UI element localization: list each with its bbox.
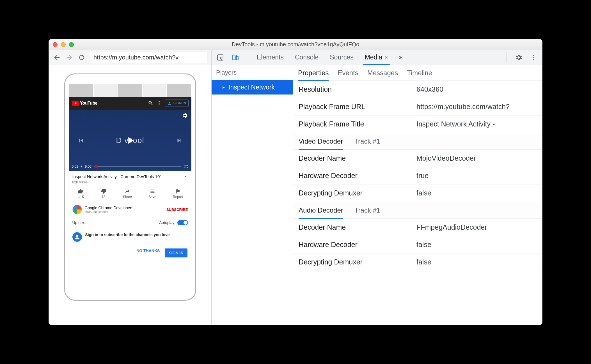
emulated-browser-pane: https://m.youtube.com/watch?v bbox=[49, 50, 212, 325]
players-header: Players bbox=[212, 65, 293, 80]
property-value: FFmpegAudioDecoder bbox=[416, 223, 537, 231]
signin-button[interactable]: SIGN IN bbox=[165, 248, 187, 257]
forward-button[interactable] bbox=[65, 53, 74, 62]
reload-button[interactable] bbox=[77, 53, 86, 62]
section-track-1b[interactable]: Track #1 bbox=[354, 206, 380, 214]
property-value: 640x360 bbox=[416, 85, 537, 93]
channel-row: Google Chrome Developers 490K subscriber… bbox=[69, 202, 191, 217]
svg-point-4 bbox=[169, 102, 170, 103]
audio-decoder-section: Audio Decoder Track #1 bbox=[293, 202, 542, 219]
svg-point-10 bbox=[533, 57, 534, 58]
section-audio-decoder[interactable]: Audio Decoder bbox=[299, 206, 343, 214]
autoplay-toggle[interactable] bbox=[177, 220, 188, 225]
share-button[interactable]: Share bbox=[123, 188, 132, 199]
property-key: Decoder Name bbox=[299, 154, 416, 162]
youtube-logo[interactable]: YouTube bbox=[72, 101, 98, 106]
property-key: Decoder Name bbox=[299, 223, 416, 231]
gear-icon[interactable] bbox=[182, 112, 188, 119]
dislike-button[interactable]: 18 bbox=[101, 188, 106, 199]
property-value: false bbox=[416, 241, 537, 249]
report-button[interactable]: Report bbox=[173, 188, 183, 199]
no-thanks-button[interactable]: NO THANKS bbox=[136, 248, 160, 257]
progress-bar[interactable] bbox=[94, 166, 181, 167]
channel-avatar[interactable] bbox=[72, 205, 82, 214]
svg-point-3 bbox=[159, 104, 159, 105]
devtools-tabstrip: Elements Console Sources Media bbox=[212, 50, 542, 65]
subtab-events[interactable]: Events bbox=[338, 65, 358, 80]
property-row: Playback Frame URL https://m.youtube.com… bbox=[293, 98, 542, 116]
tab-sources[interactable]: Sources bbox=[328, 50, 355, 65]
save-button[interactable]: Save bbox=[148, 188, 156, 199]
property-key: Playback Frame URL bbox=[299, 103, 416, 111]
property-row: Decoder Name FFmpegAudioDecoder bbox=[293, 219, 542, 236]
address-bar[interactable]: https://m.youtube.com/watch?v bbox=[90, 52, 207, 63]
next-icon[interactable] bbox=[176, 137, 183, 144]
video-player[interactable]: D vTool bbox=[69, 110, 191, 171]
share-label: Share bbox=[123, 195, 132, 199]
like-button[interactable]: 1.1K bbox=[77, 188, 84, 199]
subtab-messages[interactable]: Messages bbox=[367, 65, 398, 80]
section-video-decoder[interactable]: Video Decoder bbox=[299, 137, 343, 145]
previous-icon[interactable] bbox=[77, 137, 85, 144]
property-key: Hardware Decoder bbox=[299, 172, 416, 180]
properties-subtabs: Properties Events Messages Timeline bbox=[293, 65, 542, 81]
subscribe-button[interactable]: SUBSCRIBE bbox=[166, 208, 188, 212]
subtab-timeline[interactable]: Timeline bbox=[407, 65, 432, 80]
players-list-item[interactable]: Inspect Network bbox=[212, 80, 293, 95]
time-total: 9:00 bbox=[85, 165, 91, 169]
dislike-count: 18 bbox=[102, 195, 105, 199]
browser-toolbar: https://m.youtube.com/watch?v bbox=[49, 50, 211, 65]
property-row: Playback Frame Title Inspect Network Act… bbox=[293, 116, 542, 133]
property-key: Resolution bbox=[299, 85, 416, 93]
devtools-pane: Elements Console Sources Media bbox=[212, 50, 542, 325]
autoplay-label: Autoplay bbox=[159, 220, 174, 225]
property-value: false bbox=[416, 189, 537, 197]
inspect-element-icon[interactable] bbox=[217, 54, 224, 61]
player-controls: 0:02 / 9:00 bbox=[72, 164, 189, 169]
players-item-label: Inspect Network bbox=[228, 84, 275, 91]
tab-media[interactable]: Media bbox=[363, 50, 390, 65]
report-label: Report bbox=[173, 195, 183, 199]
traffic-lights bbox=[53, 42, 74, 47]
kebab-icon[interactable] bbox=[156, 100, 162, 106]
more-tabs-icon[interactable] bbox=[398, 54, 404, 61]
property-key: Decrypting Demuxer bbox=[299, 189, 416, 197]
close-window-button[interactable] bbox=[53, 42, 58, 47]
property-value: MojoVideoDecoder bbox=[416, 154, 537, 162]
section-track-1[interactable]: Track #1 bbox=[354, 137, 380, 145]
tab-elements[interactable]: Elements bbox=[255, 50, 285, 65]
window-title: DevTools - m.youtube.com/watch?v=e1gAyQu… bbox=[49, 41, 542, 48]
top-signin-button[interactable]: SIGN IN bbox=[165, 100, 189, 107]
chevron-down-icon[interactable] bbox=[183, 174, 188, 179]
story-strip bbox=[69, 84, 191, 97]
upnext-label: Up next bbox=[72, 220, 86, 225]
close-icon[interactable] bbox=[384, 55, 388, 60]
kebab-menu-icon[interactable] bbox=[530, 54, 537, 61]
device-screen: YouTube SIGN IN bbox=[69, 84, 191, 290]
property-row: Hardware Decoder false bbox=[293, 236, 542, 254]
property-value: Inspect Network Activity - bbox=[416, 120, 537, 128]
minimize-window-button[interactable] bbox=[61, 42, 66, 47]
top-signin-label: SIGN IN bbox=[173, 101, 186, 105]
property-row: Decrypting Demuxer false bbox=[293, 185, 542, 202]
fullscreen-icon[interactable] bbox=[184, 164, 189, 169]
back-button[interactable] bbox=[53, 53, 61, 62]
property-value: https://m.youtube.com/watch? bbox=[416, 103, 537, 111]
signin-prompt: Sign in to subscribe to the channels you… bbox=[69, 228, 191, 246]
play-icon[interactable] bbox=[125, 135, 136, 146]
tab-media-label: Media bbox=[365, 54, 382, 61]
search-icon[interactable] bbox=[148, 100, 154, 106]
players-panel: Players Inspect Network bbox=[212, 65, 293, 325]
subtab-properties[interactable]: Properties bbox=[298, 65, 329, 80]
upnext-row: Up next Autoplay bbox=[69, 217, 191, 228]
property-row: Hardware Decoder true bbox=[293, 167, 542, 185]
signin-prompt-actions: NO THANKS SIGN IN bbox=[69, 246, 191, 260]
zoom-window-button[interactable] bbox=[69, 42, 74, 47]
device-toggle-icon[interactable] bbox=[232, 54, 239, 61]
property-value: false bbox=[416, 258, 537, 266]
tab-console[interactable]: Console bbox=[293, 50, 320, 65]
settings-gear-icon[interactable] bbox=[515, 54, 523, 61]
channel-name[interactable]: Google Chrome Developers bbox=[85, 206, 164, 210]
avatar-icon bbox=[72, 232, 82, 242]
content-split: https://m.youtube.com/watch?v bbox=[49, 50, 542, 325]
